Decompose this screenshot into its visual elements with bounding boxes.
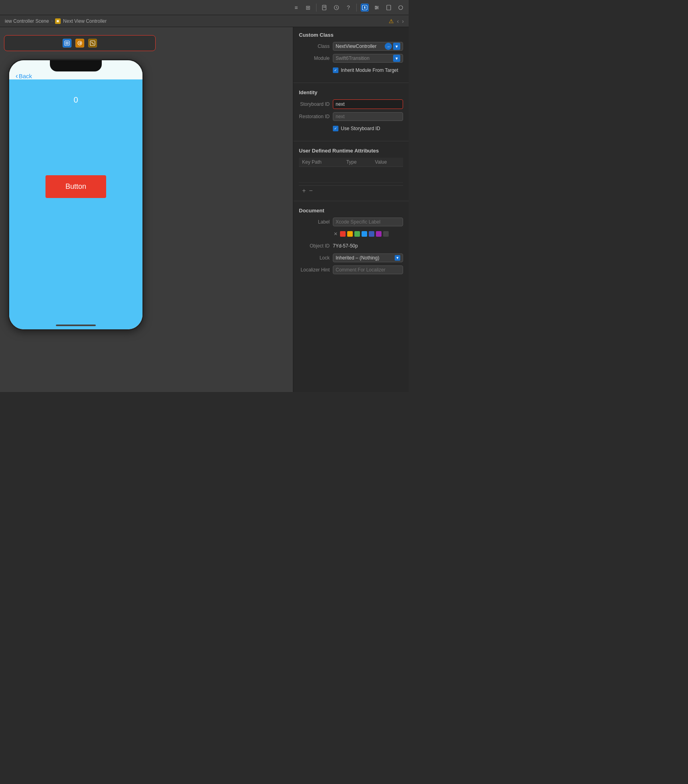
col-type: Type xyxy=(343,158,372,167)
back-chevron-icon: ‹ xyxy=(16,72,18,80)
orange-swatch[interactable] xyxy=(347,231,353,237)
purple-swatch[interactable] xyxy=(376,231,382,237)
phone-notch xyxy=(50,60,102,71)
dark-gray-swatch[interactable] xyxy=(383,231,389,237)
remove-attr-button[interactable]: − xyxy=(309,187,312,194)
sliders-icon[interactable] xyxy=(373,4,381,12)
label-value-container xyxy=(333,218,403,226)
canvas-toolbar-wrapper xyxy=(4,35,289,51)
no-color-swatch[interactable]: ✕ xyxy=(333,231,338,237)
document-icon[interactable] xyxy=(385,4,393,12)
user-defined-title: User Defined Runtime Attributes xyxy=(299,148,403,154)
identity-inspector-icon[interactable] xyxy=(361,4,369,12)
add-attr-button[interactable]: + xyxy=(302,187,306,194)
empty-attrs-row xyxy=(299,167,403,183)
breadcrumb-parent-label: iew Controller Scene xyxy=(5,18,49,24)
class-row: Class NextViewController → ▼ xyxy=(299,42,403,51)
canvas-toolbar xyxy=(4,35,156,51)
grid-icon[interactable]: ⊞ xyxy=(304,4,312,12)
svg-point-14 xyxy=(377,7,378,8)
vc-tool-icon[interactable] xyxy=(63,39,71,48)
canvas-toolbar-icons xyxy=(63,39,97,48)
nav-back-arrow[interactable]: ‹ xyxy=(397,18,399,24)
main-content: » ‹ Back 0 Button xyxy=(0,27,409,392)
localizer-value-container xyxy=(333,265,403,274)
action-button[interactable]: Button xyxy=(45,175,106,198)
nav-forward-arrow[interactable]: › xyxy=(402,18,404,24)
storyboard-id-input[interactable] xyxy=(333,99,403,109)
red-swatch[interactable] xyxy=(340,231,346,237)
svg-point-17 xyxy=(399,6,403,10)
svg-point-7 xyxy=(364,6,366,7)
breadcrumb-current-label: Next View Controller xyxy=(63,18,107,24)
swatches-container: ✕ xyxy=(333,231,403,237)
svg-point-13 xyxy=(376,6,377,7)
module-label: Module xyxy=(299,55,333,61)
lock-dropdown-arrow[interactable]: ▼ xyxy=(395,255,400,261)
module-dropdown[interactable]: Swift6Transition ▼ xyxy=(333,54,403,63)
module-value-container: Swift6Transition ▼ xyxy=(333,54,403,63)
object-id-value-container: 7Yd-57-50p xyxy=(333,243,403,249)
class-dropdown[interactable]: NextViewController → ▼ xyxy=(333,42,403,51)
use-storyboard-id-label: Use Storyboard ID xyxy=(341,126,380,131)
col-key-path: Key Path xyxy=(299,158,343,167)
class-dropdown-arrow[interactable]: ▼ xyxy=(393,43,400,50)
new-file-icon[interactable] xyxy=(320,4,328,12)
storyboard-id-row: Storyboard ID xyxy=(299,99,403,109)
lock-value-container: Inherited – (Nothing) ▼ xyxy=(333,253,403,262)
svg-rect-19 xyxy=(65,42,69,45)
color-swatches: ✕ xyxy=(333,231,389,237)
user-defined-section: User Defined Runtime Attributes Key Path… xyxy=(293,143,409,199)
inherit-label: Inherit Module From Target xyxy=(341,67,398,73)
identity-title: Identity xyxy=(299,89,403,95)
top-toolbar: ≡ ⊞ ? xyxy=(0,0,409,15)
back-label: Back xyxy=(19,73,32,79)
svg-point-15 xyxy=(376,8,377,9)
label-input[interactable] xyxy=(333,218,403,226)
inherit-module-row: ✓ Inherit Module From Target xyxy=(299,66,403,75)
clock-icon[interactable] xyxy=(332,4,340,12)
class-navigate-icon[interactable]: → xyxy=(385,43,392,50)
green-swatch[interactable] xyxy=(354,231,360,237)
localizer-input[interactable] xyxy=(333,265,403,274)
canvas-area[interactable]: » ‹ Back 0 Button xyxy=(0,27,293,392)
document-title: Document xyxy=(299,208,403,214)
custom-class-title: Custom Class xyxy=(299,32,403,38)
inherit-checkbox[interactable]: ✓ xyxy=(333,67,338,73)
lock-row: Lock Inherited – (Nothing) ▼ xyxy=(299,253,403,262)
object-id-label: Object ID xyxy=(299,243,333,249)
divider-2 xyxy=(293,141,409,141)
breadcrumb-current: ▣ Next View Controller xyxy=(55,18,107,24)
label-field-label: Label xyxy=(299,219,333,225)
localizer-label: Localizer Hint xyxy=(299,267,333,273)
breadcrumb-bar: iew Controller Scene › ▣ Next View Contr… xyxy=(0,15,409,27)
restoration-id-value-container xyxy=(333,112,403,121)
teal-swatch[interactable] xyxy=(362,231,367,237)
module-row: Module Swift6Transition ▼ xyxy=(299,54,403,63)
inspector-panel: Custom Class Class NextViewController → … xyxy=(293,27,409,392)
storyboard-id-label: Storyboard ID xyxy=(299,101,333,107)
object-id-row: Object ID 7Yd-57-50p xyxy=(299,242,403,250)
clock2-icon[interactable] xyxy=(397,4,405,12)
document-section: Document Label ✕ xyxy=(293,203,409,281)
exit-tool-icon[interactable] xyxy=(88,39,97,48)
lock-dropdown[interactable]: Inherited – (Nothing) ▼ xyxy=(333,253,403,262)
module-dropdown-arrow[interactable]: ▼ xyxy=(393,55,400,62)
swatches-row: ✕ xyxy=(299,230,403,238)
restoration-id-input[interactable] xyxy=(333,112,403,121)
lines-icon[interactable]: ≡ xyxy=(292,4,300,12)
svg-line-25 xyxy=(91,42,94,44)
vc-breadcrumb-icon: ▣ xyxy=(55,18,61,24)
restoration-id-row: Restoration ID xyxy=(299,112,403,121)
breadcrumb-parent[interactable]: iew Controller Scene xyxy=(5,18,49,24)
question-icon[interactable]: ? xyxy=(344,4,352,12)
class-value-container: NextViewController → ▼ xyxy=(333,42,403,51)
back-button[interactable]: ‹ Back xyxy=(16,72,32,80)
module-value: Swift6Transition xyxy=(336,55,370,61)
arrow-tool-icon[interactable] xyxy=(75,39,84,48)
divider-1 xyxy=(293,83,409,83)
home-bar xyxy=(56,325,96,326)
use-storyboard-id-checkbox[interactable]: ✓ xyxy=(333,126,338,131)
blue-swatch[interactable] xyxy=(369,231,374,237)
localizer-row: Localizer Hint xyxy=(299,265,403,274)
